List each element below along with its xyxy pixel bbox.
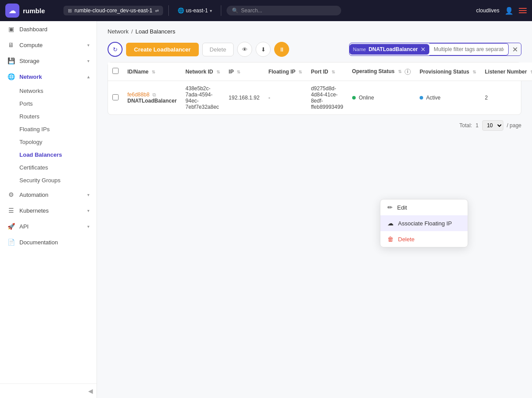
eye-button[interactable]: 👁 [237, 42, 252, 57]
hamburger-menu[interactable] [519, 8, 527, 13]
dropdown-delete-item[interactable]: 🗑 Delete [380, 231, 468, 247]
col-floating-ip: Floating IP ⇅ [264, 63, 306, 81]
sidebar-item-network[interactable]: 🌐 Network ▴ [0, 69, 97, 85]
delete-button[interactable]: Delete [202, 43, 234, 56]
search-input[interactable] [241, 7, 336, 14]
per-page-label: / page [507, 122, 521, 129]
sidebar-item-security-groups[interactable]: Security Groups [19, 174, 97, 187]
dropdown-associate-label: Associate Floating IP [398, 220, 452, 227]
operating-status-dot [352, 96, 356, 100]
sidebar-item-ports[interactable]: Ports [19, 97, 97, 110]
search-icon: 🔍 [232, 7, 238, 14]
total-count: 1 [476, 122, 479, 129]
col-id-name: ID/Name ⇅ [123, 63, 181, 81]
operating-status-value: Online [359, 95, 374, 101]
documentation-icon: 📄 [7, 239, 15, 246]
filter-tag-remove[interactable]: ✕ [420, 46, 426, 53]
user-label: cloudlives [476, 7, 499, 14]
storage-icon: 💾 [7, 57, 15, 64]
row-id-link[interactable]: fe6d88b8 [127, 92, 149, 98]
pagination-bar: Total: 1 10 20 50 / page [97, 115, 532, 136]
refresh-button[interactable]: ↻ [108, 42, 123, 57]
dropdown-edit-item[interactable]: ✏ Edit [380, 199, 468, 215]
topbar-right: cloudlives 👤 [476, 7, 527, 15]
collapse-sidebar-button[interactable]: ◀ [0, 383, 97, 398]
sidebar-item-topology[interactable]: Topology [19, 136, 97, 148]
compute-icon: 🖥 [7, 41, 15, 48]
region-selector[interactable]: 🌐 us-east-1 ▾ [174, 6, 216, 15]
cell-operating-status: Online [348, 81, 415, 115]
sort-icon: ⇅ [398, 69, 402, 74]
listener-number-value: 2 [485, 95, 488, 101]
breadcrumb-separator: / [131, 28, 133, 35]
chevron-down-icon: ▾ [87, 59, 89, 63]
project-selector[interactable]: ⊞ rumble-cloud-core_dev-us-east-1 ⇄ [63, 6, 163, 15]
filter-input[interactable] [429, 43, 509, 55]
provisioning-status-value: Active [426, 95, 441, 101]
sidebar-item-networks[interactable]: Networks [19, 85, 97, 97]
sidebar-item-certificates[interactable]: Certificates [19, 161, 97, 174]
sidebar-item-label: API [19, 223, 29, 230]
sort-icon: ⇅ [152, 70, 155, 74]
sort-icon: ⇅ [237, 70, 240, 74]
cell-port-id: d9275d8d-4d84-41ce-8edf-ffeb89993499 [306, 81, 347, 115]
table-row: fe6d88b8 ⧉ DNATLoadBalancer 438e5b2c-7ad… [108, 81, 532, 115]
sidebar-item-dashboard[interactable]: ▣ Dashboard [0, 21, 97, 37]
filter-clear-button[interactable]: ✕ [509, 43, 521, 55]
sidebar-item-automation[interactable]: ⚙ Automation ▾ [0, 187, 97, 203]
sidebar-item-kubernetes[interactable]: ☰ Kubernetes ▾ [0, 203, 97, 218]
breadcrumb: Network / Load Balancers [97, 21, 532, 38]
chevron-up-icon: ▴ [87, 74, 89, 79]
sidebar-item-label: Kubernetes [19, 207, 49, 214]
sidebar-item-api[interactable]: 🚀 API ▾ [0, 218, 97, 234]
sidebar-item-storage[interactable]: 💾 Storage ▾ [0, 53, 97, 69]
divider2 [221, 5, 221, 16]
per-page-select[interactable]: 10 20 50 [482, 120, 503, 131]
provisioning-status-dot [420, 96, 423, 100]
sidebar-item-floating-ips[interactable]: Floating IPs [19, 123, 97, 136]
chevron-down-icon: ▾ [87, 224, 89, 229]
pause-button[interactable]: ⏸ [274, 42, 289, 57]
col-listener-number: Listener Number ⇅ [480, 63, 532, 81]
delete-icon: 🗑 [387, 236, 394, 243]
search-container: 🔍 [227, 6, 341, 15]
sidebar-item-documentation[interactable]: 📄 Documentation [0, 234, 97, 250]
action-dropdown-menu: ✏ Edit ☁ Associate Floating IP 🗑 Delete [380, 199, 468, 247]
sort-icon: ⇅ [331, 70, 335, 74]
floating-ip-value: - [268, 95, 270, 101]
sidebar-item-routers[interactable]: Routers [19, 110, 97, 123]
network-id-value: 438e5b2c-7ada-4594-94ec-7ebf7e32a8ec [186, 85, 219, 110]
col-network-id: Network ID ⇅ [181, 63, 224, 81]
sidebar-item-load-balancers[interactable]: Load Balancers [19, 148, 97, 161]
logo-text: rumble [23, 7, 45, 15]
table-container: ID/Name ⇅ Network ID ⇅ IP ⇅ Floating I [108, 62, 521, 115]
sort-icon: ⇅ [530, 70, 532, 74]
info-icon[interactable]: i [405, 69, 411, 75]
download-button[interactable]: ⬇ [256, 42, 271, 57]
sidebar-item-label: Storage [19, 58, 40, 64]
api-icon: 🚀 [7, 223, 15, 230]
region-label: us-east-1 [186, 7, 208, 14]
associate-icon: ☁ [387, 220, 394, 227]
cell-id-name: fe6d88b8 ⧉ DNATLoadBalancer [123, 81, 181, 115]
sidebar: ▣ Dashboard 🖥 Compute ▾ 💾 Storage ▾ 🌐 Ne… [0, 21, 97, 398]
filter-tag-key: Name [353, 47, 366, 52]
sidebar-item-compute[interactable]: 🖥 Compute ▾ [0, 37, 97, 53]
breadcrumb-parent[interactable]: Network [108, 28, 129, 35]
row-checkbox[interactable] [112, 94, 119, 100]
col-provisioning-status: Provisioning Status ⇅ [415, 63, 480, 81]
cell-floating-ip: - [264, 81, 306, 115]
network-subitems: Networks Ports Routers Floating IPs Topo… [0, 85, 97, 187]
filter-container: Name DNATLoadBalancer ✕ ✕ [349, 43, 521, 56]
divider [168, 5, 169, 16]
copy-icon[interactable]: ⧉ [153, 92, 156, 97]
load-balancers-table: ID/Name ⇅ Network ID ⇅ IP ⇅ Floating I [108, 63, 532, 114]
user-icon: 👤 [505, 7, 513, 15]
dropdown-associate-item[interactable]: ☁ Associate Floating IP [380, 215, 468, 231]
sort-icon: ⇅ [216, 70, 220, 74]
toolbar: ↻ Create Loadbalancer Delete 👁 ⬇ ⏸ Name … [97, 38, 532, 62]
cell-listener-number: 2 [480, 81, 532, 115]
select-all-checkbox[interactable] [112, 68, 119, 74]
create-loadbalancer-button[interactable]: Create Loadbalancer [126, 43, 199, 56]
sidebar-item-label: Dashboard [19, 26, 48, 33]
